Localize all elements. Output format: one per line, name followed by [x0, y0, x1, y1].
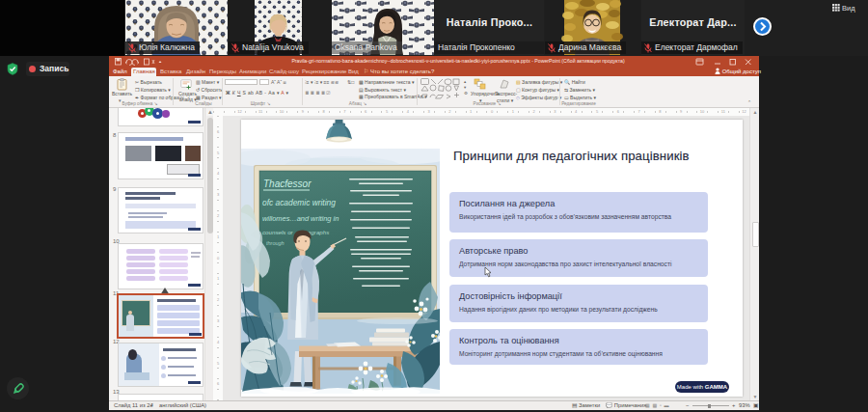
svg-text:Thacfessor: Thacfessor: [263, 179, 312, 189]
svg-text:willomes…and writing in: willomes…and writing in: [262, 214, 339, 223]
svg-text:through: through: [266, 240, 285, 246]
svg-text:ofc аcadеmic writing: ofc аcadеmic writing: [262, 198, 336, 207]
svg-text:counsels or: counsels or: [262, 229, 294, 235]
